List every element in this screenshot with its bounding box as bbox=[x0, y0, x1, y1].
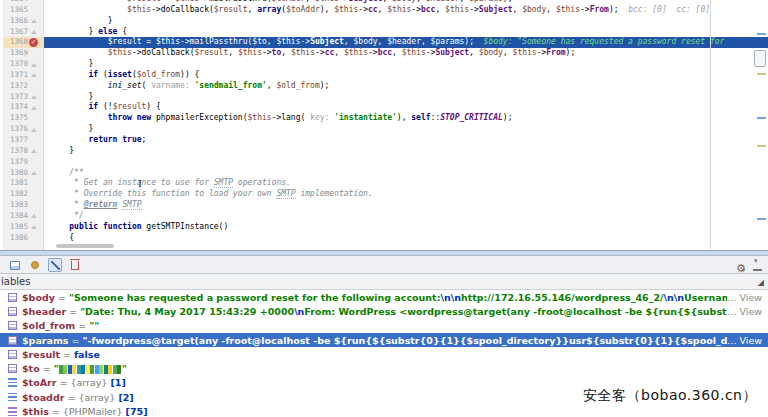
code-line-1373[interactable]: } bbox=[44, 92, 768, 103]
gutter-line-1378[interactable]: 1378 bbox=[0, 146, 44, 157]
code-line-1382[interactable]: * Override this function to load your ow… bbox=[44, 189, 768, 200]
editor-vertical-scrollbar[interactable] bbox=[752, 0, 768, 250]
gutter-line-1372[interactable]: 1372 bbox=[0, 81, 44, 92]
fold-marker-icon[interactable] bbox=[28, 27, 40, 38]
gutter-line-1374[interactable]: 1374 bbox=[0, 102, 44, 113]
code-line-1372[interactable]: ini_set( varname: 'sendmail_from', $old_… bbox=[44, 81, 768, 92]
code-line-1367[interactable]: } else { bbox=[44, 27, 768, 38]
code-line-1369[interactable]: $this->doCallback($result, $this->to, $t… bbox=[44, 48, 768, 59]
gutter-line-1369[interactable]: 1369 bbox=[0, 48, 44, 59]
code-line-1379[interactable] bbox=[44, 157, 768, 168]
gutter-line-1365[interactable]: 1365 bbox=[0, 5, 44, 16]
code-line-1381[interactable]: * Get an instance to use for SMTP operat… bbox=[44, 178, 768, 189]
editor-gutter[interactable]: 13641365136613671368✓1369137013711372137… bbox=[0, 0, 44, 250]
gutter-line-1381[interactable]: 1381 bbox=[0, 178, 44, 189]
code-token: array bbox=[257, 5, 281, 14]
dock-pin-icon[interactable] bbox=[753, 262, 762, 271]
code-line-1383[interactable]: * @return SMTP bbox=[44, 200, 768, 211]
restore-layout-icon[interactable] bbox=[48, 258, 62, 272]
code-line-1380[interactable]: /** bbox=[44, 168, 768, 179]
code-token: , bbox=[392, 48, 402, 57]
error-stripe-mark[interactable] bbox=[757, 73, 766, 75]
variable-row-header[interactable]: $header = "Date: Thu, 4 May 2017 15:43:2… bbox=[0, 304, 768, 318]
view-link[interactable]: View bbox=[739, 292, 762, 303]
code-token: ini_set bbox=[108, 81, 142, 90]
mute-breakpoints-icon[interactable] bbox=[28, 258, 42, 272]
code-token: $params bbox=[469, 0, 503, 3]
error-stripe-mark[interactable] bbox=[757, 218, 766, 220]
gutter-line-1383[interactable]: 1383 bbox=[0, 200, 44, 211]
fold-marker-icon[interactable] bbox=[28, 102, 40, 113]
gutter-line-1380[interactable]: 1380 bbox=[0, 168, 44, 179]
code-line-1368[interactable]: $result = $this->mailPassthru($to, $this… bbox=[44, 37, 768, 48]
gutter-line-1379[interactable]: 1379 bbox=[0, 157, 44, 168]
code-editor[interactable]: 13641365136613671368✓1369137013711372137… bbox=[0, 0, 768, 250]
fold-marker-icon[interactable] bbox=[28, 92, 40, 103]
code-token: varname: bbox=[151, 81, 194, 90]
gutter-line-1368[interactable]: 1368✓ bbox=[0, 37, 44, 48]
scrollbar-thumb[interactable] bbox=[754, 50, 766, 67]
variable-row-old_from[interactable]: $old_from = "" bbox=[0, 319, 768, 333]
view-link[interactable]: View bbox=[739, 306, 762, 317]
fold-marker-icon[interactable] bbox=[28, 59, 40, 70]
variable-row-params[interactable]: $params = "-fwordpress@target(any -froot… bbox=[0, 333, 768, 347]
variable-row-result[interactable]: $result = false bbox=[0, 347, 768, 361]
code-token: Subject bbox=[349, 0, 383, 3]
panel-pin-icon[interactable]: ◢ bbox=[758, 275, 764, 291]
gutter-line-1382[interactable]: 1382 bbox=[0, 189, 44, 200]
view-link[interactable]: View bbox=[739, 335, 762, 346]
code-line-1371[interactable]: if (isset($old_from)) { bbox=[44, 70, 768, 81]
code-line-1386[interactable]: { bbox=[44, 233, 768, 244]
equals-sign: = bbox=[75, 320, 89, 331]
code-line-1378[interactable]: } bbox=[44, 146, 768, 157]
gutter-line-1375[interactable]: 1375 bbox=[0, 113, 44, 124]
field-type-icon bbox=[8, 350, 17, 359]
variable-value: {array} [2] bbox=[78, 392, 133, 403]
fold-marker-icon[interactable] bbox=[28, 168, 40, 179]
variable-row-body[interactable]: $body = "Someone has requested a passwor… bbox=[0, 290, 768, 304]
code-token: $this bbox=[291, 48, 315, 57]
code-token: -> bbox=[358, 5, 368, 14]
code-line-1365[interactable]: $this->doCallback($result, array($toAddr… bbox=[44, 5, 768, 16]
code-line-1366[interactable]: } bbox=[44, 16, 768, 27]
gutter-line-1366[interactable]: 1366 bbox=[0, 16, 44, 27]
gutter-line-1377[interactable]: 1377 bbox=[0, 135, 44, 146]
code-token: $this bbox=[315, 0, 339, 3]
gutter-line-1371[interactable]: 1371 bbox=[0, 70, 44, 81]
field-type-icon bbox=[8, 336, 17, 345]
equals-sign: = bbox=[60, 349, 74, 360]
fold-marker-icon[interactable] bbox=[28, 124, 40, 135]
code-line-1370[interactable]: } bbox=[44, 59, 768, 70]
code-line-1375[interactable]: throw new phpmailerException($this->lang… bbox=[44, 113, 768, 124]
error-stripe-mark[interactable] bbox=[757, 145, 766, 147]
breakpoint-icon[interactable]: ✓ bbox=[29, 38, 38, 47]
code-line-1385[interactable]: public function getSMTPInstance() bbox=[44, 222, 768, 233]
fold-marker-icon[interactable] bbox=[28, 146, 40, 157]
variable-value: "Someone has requested a password reset … bbox=[69, 292, 727, 303]
code-line-1374[interactable]: if (!$result) { bbox=[44, 102, 768, 113]
gutter-line-1376[interactable]: 1376 bbox=[0, 124, 44, 135]
error-stripe-mark[interactable] bbox=[757, 117, 766, 119]
gutter-line-1367[interactable]: 1367 bbox=[0, 27, 44, 38]
code-token: $this bbox=[238, 48, 262, 57]
code-line-1377[interactable]: return true; bbox=[44, 135, 768, 146]
gutter-line-1384[interactable]: 1384 bbox=[0, 211, 44, 222]
code-token: $header bbox=[387, 37, 421, 46]
equals-sign: = bbox=[68, 335, 82, 346]
code-line-1376[interactable]: } bbox=[44, 124, 768, 135]
fold-marker-icon[interactable] bbox=[28, 70, 40, 81]
editor-horizontal-scrollbar[interactable] bbox=[56, 244, 114, 248]
code-line-1384[interactable]: */ bbox=[44, 211, 768, 222]
gutter-line-1370[interactable]: 1370 bbox=[0, 59, 44, 70]
fold-marker-icon[interactable] bbox=[28, 211, 40, 222]
fold-marker-icon[interactable] bbox=[28, 222, 40, 233]
console-icon[interactable] bbox=[8, 258, 22, 272]
variable-row-to[interactable]: $to = "" bbox=[0, 361, 768, 375]
gutter-line-1385[interactable]: 1385 bbox=[0, 222, 44, 233]
gutter-line-1386[interactable]: 1386 bbox=[0, 233, 44, 244]
variable-row-this[interactable]: $this = {PHPMailer} [75] bbox=[0, 404, 768, 417]
trash-icon[interactable] bbox=[68, 258, 82, 272]
fold-marker-icon[interactable] bbox=[28, 16, 40, 27]
gutter-line-1373[interactable]: 1373 bbox=[0, 92, 44, 103]
error-stripe-mark[interactable] bbox=[757, 33, 766, 35]
